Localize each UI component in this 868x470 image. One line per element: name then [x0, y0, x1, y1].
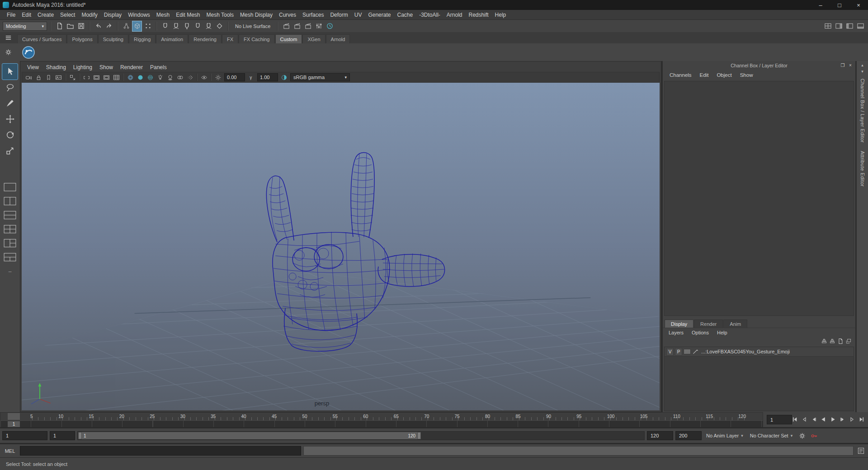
menu-deform[interactable]: Deform [327, 12, 351, 18]
menu-windows[interactable]: Windows [125, 12, 153, 18]
snap-to-curve-icon[interactable] [171, 21, 181, 32]
anim-layer-dropdown[interactable]: No Anim Layer ▾ [704, 431, 745, 440]
create-empty-layer-icon[interactable] [837, 338, 844, 344]
current-frame-field[interactable]: 1 [767, 415, 792, 424]
isolate-select-icon[interactable] [199, 73, 209, 82]
redo-icon[interactable] [104, 21, 114, 32]
script-editor-icon[interactable] [856, 446, 866, 456]
make-live-icon[interactable] [214, 21, 224, 32]
playback-range-bar[interactable]: 1 120 [78, 432, 421, 439]
tab-anim[interactable]: Anim [723, 320, 747, 328]
animation-end-field[interactable]: 200 [675, 431, 702, 440]
resolution-gate-icon[interactable] [92, 73, 101, 82]
sidebar-attribute-editor-icon[interactable] [834, 21, 844, 32]
render-view-icon[interactable] [281, 21, 291, 32]
animation-preferences-icon[interactable] [797, 431, 807, 441]
layout-four-pane-button[interactable] [3, 224, 17, 234]
go-to-end-button[interactable] [857, 415, 866, 424]
paint-select-tool-button[interactable] [2, 95, 18, 111]
menu-arnold[interactable]: Arnold [443, 12, 466, 18]
shelf-tab-xgen[interactable]: XGen [302, 34, 325, 43]
quick-render-icon[interactable] [292, 21, 302, 32]
gamma-icon[interactable]: γ [246, 73, 256, 82]
menu-help[interactable]: Help [492, 12, 509, 18]
tab-display[interactable]: Display [665, 320, 693, 328]
shelf-tabs-menu-icon[interactable] [3, 33, 14, 42]
time-slider-track[interactable]: 5 10 15 20 25 30 35 40 45 50 55 60 65 70… [0, 412, 763, 427]
snap-to-view-plane-icon[interactable] [203, 21, 213, 32]
shelf-tab-sculpting[interactable]: Sculpting [98, 34, 128, 43]
layer-playback-toggle[interactable]: P [675, 348, 682, 356]
object-menu[interactable]: Object [712, 72, 736, 78]
shelf-tab-custom[interactable]: Custom [275, 34, 302, 43]
move-layer-up-icon[interactable] [829, 338, 835, 344]
menu-mesh-display[interactable]: Mesh Display [237, 12, 276, 18]
open-scene-icon[interactable] [65, 21, 75, 32]
play-forwards-button[interactable] [828, 415, 837, 424]
panel-menu-panels[interactable]: Panels [146, 64, 170, 70]
range-slider-track[interactable]: 1 120 [77, 431, 645, 440]
layout-three-pane-left-button[interactable] [3, 238, 17, 248]
menu-display[interactable]: Display [101, 12, 125, 18]
textured-display-icon[interactable] [146, 73, 155, 82]
two-d-pan-zoom-icon[interactable] [68, 73, 77, 82]
float-panel-icon[interactable]: ❐ [840, 62, 846, 68]
shelf-gear-icon[interactable] [3, 48, 14, 57]
strip-scroll-down-icon[interactable]: ▾ [859, 68, 867, 75]
snap-to-projected-center-icon[interactable] [193, 21, 203, 32]
shelf-tab-polygons[interactable]: Polygons [67, 34, 97, 43]
character-set-dropdown[interactable]: No Character Set ▾ [748, 431, 795, 440]
sidebar-workspace-icon[interactable] [823, 21, 833, 32]
help-menu[interactable]: Help [713, 330, 731, 335]
image-plane-icon[interactable] [54, 73, 63, 82]
lock-camera-icon[interactable] [34, 73, 43, 82]
panel-menu-lighting[interactable]: Lighting [70, 64, 96, 70]
gamma-field[interactable]: 1.00 [257, 73, 278, 81]
menu-surfaces[interactable]: Surfaces [299, 12, 327, 18]
undo-icon[interactable] [93, 21, 103, 32]
menu-edit-mesh[interactable]: Edit Mesh [173, 12, 203, 18]
tab-attribute-editor[interactable]: Attribute Editor [860, 147, 865, 191]
use-all-lights-icon[interactable] [156, 73, 165, 82]
strip-scroll-up-icon[interactable]: ▴ [859, 62, 867, 68]
tab-render[interactable]: Render [694, 320, 723, 328]
render-settings-icon[interactable] [314, 21, 324, 32]
panel-menu-show[interactable]: Show [96, 64, 117, 70]
command-result-field[interactable] [303, 446, 854, 456]
menu-mesh[interactable]: Mesh [153, 12, 173, 18]
layer-visibility-toggle[interactable]: V [666, 348, 674, 356]
select-hierarchy-icon[interactable] [121, 21, 131, 32]
panel-menu-shading[interactable]: Shading [42, 64, 70, 70]
menu-redshift[interactable]: Redshift [466, 12, 492, 18]
layout-two-pane-side-button[interactable] [3, 196, 17, 206]
layer-name[interactable]: ...:LoveFBXASC045You_Gesture_Emoji [701, 349, 790, 354]
menu-generate[interactable]: Generate [365, 12, 394, 18]
command-input-field[interactable] [20, 446, 301, 456]
new-scene-icon[interactable] [54, 21, 64, 32]
menu-modify[interactable]: Modify [78, 12, 100, 18]
create-layer-from-selected-icon[interactable] [845, 338, 852, 344]
construction-history-icon[interactable] [325, 21, 335, 32]
panel-menu-renderer[interactable]: Renderer [117, 64, 146, 70]
layer-color-swatch[interactable] [684, 349, 691, 354]
menu-3dtoall[interactable]: -3DtoAll- [416, 12, 443, 18]
minimize-button[interactable]: – [811, 0, 830, 10]
layers-menu[interactable]: Layers [665, 330, 688, 335]
exposure-field[interactable]: 0.00 [224, 73, 245, 81]
shelf-tab-rigging[interactable]: Rigging [129, 34, 156, 43]
toolbox-collapse-handle[interactable]: – [9, 268, 12, 275]
menu-cache[interactable]: Cache [394, 12, 416, 18]
options-menu[interactable]: Options [688, 330, 713, 335]
ipr-render-icon[interactable] [303, 21, 313, 32]
layer-display-type-icon[interactable] [692, 348, 699, 355]
step-forward-key-button[interactable] [847, 415, 856, 424]
screen-space-ao-icon[interactable] [175, 73, 185, 82]
exposure-icon[interactable] [213, 73, 223, 82]
edit-menu[interactable]: Edit [696, 72, 713, 78]
select-object-icon[interactable] [132, 21, 142, 32]
auto-keyframe-toggle-icon[interactable] [809, 431, 819, 441]
panel-menu-view[interactable]: View [24, 64, 42, 70]
scale-tool-button[interactable] [2, 143, 18, 159]
select-tool-button[interactable] [2, 64, 18, 80]
menu-set-selector[interactable]: Modeling ▾ [3, 22, 47, 31]
